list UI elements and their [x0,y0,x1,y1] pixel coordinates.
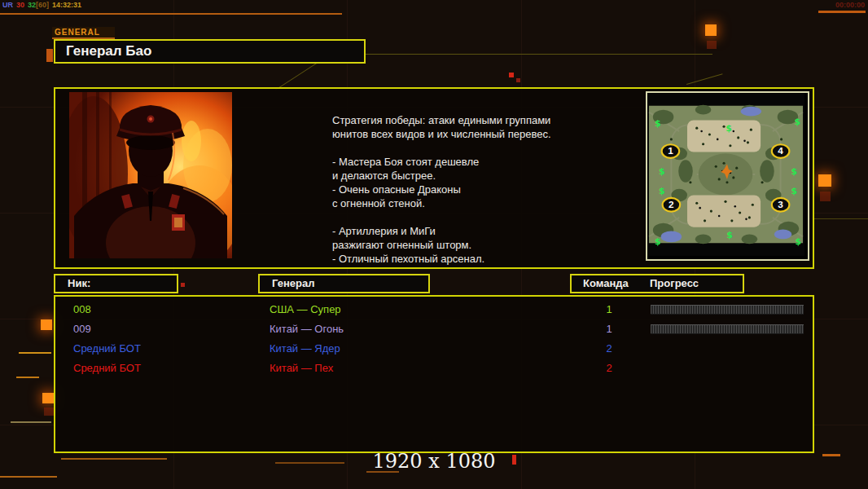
column-header-general-label: Генерал [260,275,314,292]
general-tab-label: GENERAL [52,27,115,39]
start-position-1: 1 [668,146,673,156]
status-segment: 30 [16,1,24,9]
red-square [516,78,520,82]
column-header-general: Генерал [258,274,430,293]
table-row: Средний БОТ Китай — Пех 2 [55,359,813,377]
minimap-image: $$$ $$ $$ $$$ 1 4 2 3 [647,93,804,256]
svg-text:$: $ [659,166,665,177]
player-team: 2 [599,339,619,358]
glow-square-reflection [707,41,717,49]
status-bar: UR3032[60]14:32:31 [2,1,85,9]
table-row: 008 США — Супер 1 [55,300,813,319]
circuit-line [19,352,51,354]
start-position-3: 3 [778,199,783,209]
svg-text:$: $ [791,166,798,177]
glow-square [705,24,717,36]
svg-text:$: $ [791,186,798,196]
loading-progress-bar [651,305,804,315]
start-position-4: 4 [778,146,783,156]
player-general: Китай — Огонь [270,319,344,338]
circuit-trace [686,73,722,85]
player-general: Китай — Ядер [270,339,340,358]
player-team: 1 [599,319,619,338]
start-position-2: 2 [669,199,674,209]
general-bao-portrait-image [69,92,232,258]
player-general: США — Супер [270,300,341,319]
glow-square [41,319,52,330]
match-timer: 00:00:00 [835,1,865,9]
status-segment: UR [2,1,13,9]
circuit-line [0,476,57,478]
status-segment: [60] [36,1,49,9]
column-header-nick: Ник: [54,274,178,293]
column-header-nick-label: Ник: [55,277,90,289]
loading-progress-bar [651,324,804,334]
glow-square [818,174,831,187]
circuit-line [818,11,866,13]
page-title: Генерал Бао [54,39,366,64]
player-nick: Средний БОТ [73,339,141,358]
circuit-line [0,13,342,15]
orange-tab-marker [46,49,53,62]
general-portrait [69,92,232,258]
status-clock: 14:32:31 [52,1,81,9]
red-square [509,73,514,77]
table-row: 009 Китай — Огонь 1 [55,319,813,338]
svg-text:$: $ [655,236,661,247]
player-nick: 009 [73,319,91,338]
resolution-label: 1920 x 1080 [0,450,868,473]
glow-square-reflection [44,408,54,416]
players-table: 008 США — Супер 1 009 Китай — Огонь 1 Ср… [54,295,814,453]
strategy-description: Стратегия победы: атаки едиными группами… [332,113,613,266]
svg-text:$: $ [794,117,800,127]
svg-text:$: $ [726,123,732,134]
svg-text:$: $ [659,186,665,196]
minimap: $$$ $$ $$ $$$ 1 4 2 3 [646,91,809,261]
svg-text:$: $ [726,230,733,240]
circuit-trace [330,54,712,55]
glow-square [42,393,54,403]
glow-square-reflection [820,192,831,201]
table-row: Средний БОТ Китай — Ядер 2 [55,339,813,358]
circuit-line [11,421,51,423]
column-header-team-label: Команда [572,275,629,292]
circuit-line [16,377,39,378]
status-segment: 32 [28,1,36,9]
player-team: 2 [599,359,619,377]
player-team: 1 [599,300,619,319]
player-general: Китай — Пех [270,359,333,377]
column-header-progress-label: Прогресс [650,275,699,292]
red-square [181,283,185,287]
svg-text:$: $ [795,236,801,247]
svg-text:$: $ [655,118,661,129]
column-header-team-progress: Команда Прогресс [570,274,744,293]
player-nick: Средний БОТ [73,359,141,377]
player-nick: 008 [73,300,91,319]
